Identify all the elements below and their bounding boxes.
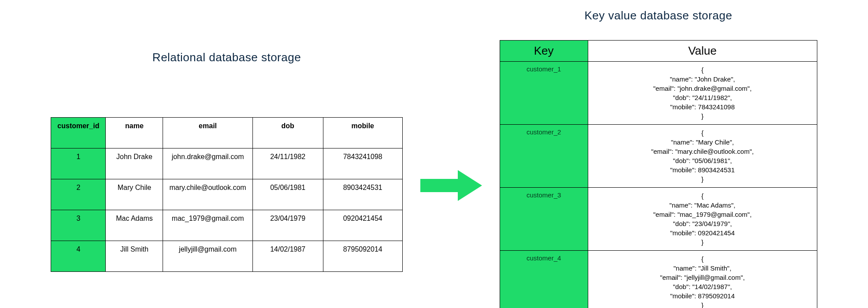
table-row: customer_3 { "name": "Mac Adams", "email… [500,188,817,251]
col-header-key: Key [500,41,588,62]
table-row: customer_4 { "name": "Jill Smith", "emai… [500,251,817,308]
cell-mobile: 7843241098 [323,148,402,179]
relational-column: Relational database storage customer_id … [51,51,402,272]
cell-kv-key: customer_2 [500,125,588,188]
diagram-root: Relational database storage customer_id … [4,9,864,308]
relational-header-row: customer_id name email dob mobile [51,118,402,148]
table-row: 2 Mary Chile mary.chile@outlook.com 05/0… [51,179,402,210]
relational-table: customer_id name email dob mobile 1 John… [51,117,402,272]
cell-kv-key: customer_1 [500,62,588,125]
cell-dob: 24/11/1982 [252,148,323,179]
col-header-value: Value [588,41,817,62]
cell-kv-value: { "name": "John Drake", "email": "john.d… [588,62,817,125]
col-header-dob: dob [252,118,323,148]
col-header-customer-id: customer_id [51,118,106,148]
cell-dob: 05/06/1981 [252,179,323,210]
col-header-name: name [106,118,163,148]
col-header-mobile: mobile [323,118,402,148]
cell-customer-id: 1 [51,148,106,179]
cell-email: jellyjill@gmail.com [163,241,252,272]
cell-email: john.drake@gmail.com [163,148,252,179]
col-header-email: email [163,118,252,148]
cell-name: Mary Chile [106,179,163,210]
cell-dob: 14/02/1987 [252,241,323,272]
cell-email: mary.chile@outlook.com [163,179,252,210]
table-row: 3 Mac Adams mac_1979@gmail.com 23/04/197… [51,210,402,241]
table-row: 1 John Drake john.drake@gmail.com 24/11/… [51,148,402,179]
cell-mobile: 8795092014 [323,241,402,272]
kv-title: Key value database storage [585,9,732,22]
cell-dob: 23/04/1979 [252,210,323,241]
cell-kv-key: customer_4 [500,251,588,308]
cell-kv-value: { "name": "Mary Chile", "email": "mary.c… [588,125,817,188]
svg-marker-0 [420,170,482,201]
cell-name: Jill Smith [106,241,163,272]
cell-email: mac_1979@gmail.com [163,210,252,241]
kv-table: Key Value customer_1 { "name": "John Dra… [500,40,817,308]
cell-mobile: 0920421454 [323,210,402,241]
relational-title: Relational database storage [152,51,301,64]
table-row: customer_1 { "name": "John Drake", "emai… [500,62,817,125]
cell-name: John Drake [106,148,163,179]
cell-mobile: 8903424531 [323,179,402,210]
table-row: 4 Jill Smith jellyjill@gmail.com 14/02/1… [51,241,402,272]
cell-kv-value: { "name": "Jill Smith", "email": "jellyj… [588,251,817,308]
kv-column: Key value database storage Key Value cus… [500,9,817,308]
cell-name: Mac Adams [106,210,163,241]
arrow-icon [420,168,482,203]
cell-kv-value: { "name": "Mac Adams", "email": "mac_197… [588,188,817,251]
table-row: customer_2 { "name": "Mary Chile", "emai… [500,125,817,188]
cell-customer-id: 4 [51,241,106,272]
cell-customer-id: 2 [51,179,106,210]
kv-header-row: Key Value [500,41,817,62]
cell-kv-key: customer_3 [500,188,588,251]
cell-customer-id: 3 [51,210,106,241]
